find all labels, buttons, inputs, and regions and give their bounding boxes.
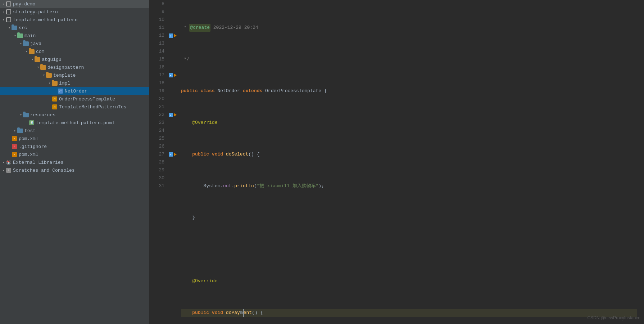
gutter-cell-8	[167, 0, 178, 8]
sidebar-item-main[interactable]: main	[0, 32, 149, 40]
sidebar-label-ext-lib: External Libraries	[13, 160, 63, 165]
folder-resources-icon	[23, 112, 29, 118]
xml-icon-1: m	[12, 136, 17, 141]
sidebar-label-scratches: Scratches and Consoles	[13, 168, 75, 173]
arrow-template-folder	[42, 73, 46, 77]
code-line-14: }	[181, 214, 637, 222]
folder-atguigu-icon	[35, 57, 40, 62]
code-line-15	[181, 246, 637, 253]
arrow-right-27	[174, 153, 177, 156]
project-icon	[6, 1, 12, 7]
sidebar-item-atguigu[interactable]: atguigu	[0, 55, 149, 63]
sidebar-item-pay-demo[interactable]: pay-demo	[0, 0, 149, 8]
sidebar-item-resources[interactable]: resources	[0, 111, 149, 119]
sidebar-item-orderprocesstemplate[interactable]: C OrderProcessTemplate	[0, 95, 149, 103]
code-area[interactable]: 8 9 10 11 12 13 14 15 16 17 18 19 20 21 …	[149, 0, 644, 324]
gutter-cell-18	[167, 79, 178, 87]
class-netorder-icon: C	[58, 88, 63, 94]
arrow-ext-lib	[1, 160, 6, 165]
sidebar-label-template: template-method-pattern	[13, 17, 77, 23]
arrow-atguigu	[30, 57, 35, 62]
gutter-cell-14	[167, 48, 178, 55]
bookmark-22: ▸	[169, 113, 173, 117]
arrow-com	[24, 49, 29, 54]
arrow-test	[13, 129, 17, 133]
sidebar-item-test[interactable]: test	[0, 127, 149, 135]
sidebar-label-tmpt: TemplateMethodPatternTes	[59, 104, 126, 110]
folder-impl-icon	[52, 80, 58, 86]
sidebar-item-gitignore[interactable]: ⚙ .gitignore	[0, 143, 149, 150]
project-icon-strategy	[6, 9, 12, 15]
sidebar-item-pom2[interactable]: m pom.xml	[0, 150, 149, 158]
code-line-9: */	[181, 55, 637, 63]
folder-design-icon	[40, 64, 46, 70]
folder-src-icon	[12, 25, 17, 31]
sidebar-item-puml[interactable]: 📊 template-method-pattern.puml	[0, 119, 149, 127]
sidebar-item-ext-lib[interactable]: 📚 External Libraries	[0, 158, 149, 166]
sidebar-label-atguigu: atguigu	[42, 57, 62, 62]
sidebar-item-scratches[interactable]: ✎ Scratches and Consoles	[0, 166, 149, 174]
sidebar-item-tmpt[interactable]: C TemplateMethodPatternTes	[0, 103, 149, 111]
code-content[interactable]: * @create 2022-12-29 20:24 */ public cla…	[178, 0, 644, 324]
folder-template-icon	[46, 72, 52, 78]
watermark: CSDN @newProxyInstance	[587, 315, 640, 320]
sidebar-label-template-folder: template	[53, 73, 76, 78]
code-line-12: public void doSelect() {	[181, 150, 637, 158]
code-editor: 8 9 10 11 12 13 14 15 16 17 18 19 20 21 …	[149, 0, 644, 324]
gutter-cell-9	[167, 8, 178, 16]
gutter: ▸ ▸ ▸	[167, 0, 178, 324]
sidebar-label-resources: resources	[30, 112, 55, 118]
code-line-10: public class NetOrder extends OrderProce…	[181, 87, 637, 95]
arrow-main	[13, 33, 17, 38]
gutter-cell-17[interactable]: ▸	[167, 71, 178, 79]
sidebar-item-template-folder[interactable]: template	[0, 71, 149, 79]
sidebar-label-impl: impl	[59, 81, 70, 86]
arrow-scratches	[1, 168, 6, 172]
code-line-17: public void doPayment() {	[181, 309, 637, 317]
sidebar-item-netorder[interactable]: C NetOrder	[0, 87, 149, 95]
code-line-16: @Override	[181, 277, 637, 285]
gutter-cell-22[interactable]: ▸	[167, 111, 178, 119]
sidebar-item-java[interactable]: java	[0, 40, 149, 48]
project-icon-template	[6, 17, 12, 23]
sidebar-label-designpattern: designpattern	[47, 65, 84, 70]
ext-lib-icon: 📚	[6, 159, 12, 165]
file-tree[interactable]: pay-demo strategy-pattern template-metho…	[0, 0, 149, 324]
sidebar-item-src[interactable]: src	[0, 24, 149, 32]
sidebar-label-test: test	[24, 128, 36, 134]
git-icon: ⚙	[12, 144, 17, 149]
gutter-cell-10	[167, 16, 178, 24]
sidebar-item-impl[interactable]: impl	[0, 79, 149, 87]
gutter-cell-24	[167, 127, 178, 135]
sidebar-label-com: com	[36, 49, 44, 54]
sidebar-item-template-method[interactable]: template-method-pattern	[0, 16, 149, 24]
arrow-template	[1, 18, 6, 22]
code-line-13: System.out.println("把 xiaomi11 加入购物车");	[181, 182, 637, 190]
sidebar-item-pom1[interactable]: m pom.xml	[0, 135, 149, 143]
arrow-right-12	[174, 34, 177, 37]
arrow-right-17	[174, 73, 177, 77]
folder-java-icon	[23, 41, 29, 46]
gutter-cell-25	[167, 135, 178, 143]
code-line-8: * @create 2022-12-29 20:24	[181, 24, 637, 32]
class-tmpt-icon: C	[52, 104, 58, 110]
sidebar-item-com[interactable]: com	[0, 48, 149, 55]
gutter-cell-27[interactable]: ▸	[167, 150, 178, 158]
gutter-cell-26	[167, 143, 178, 150]
sidebar-label-pom1: pom.xml	[19, 136, 38, 141]
folder-test-icon	[17, 128, 23, 134]
xml-icon-2: m	[12, 152, 17, 157]
arrow-right-22	[174, 113, 177, 117]
arrow-strategy	[1, 10, 6, 14]
arrow-designpattern	[36, 65, 40, 69]
class-opt-icon: C	[52, 96, 58, 102]
bookmark-17: ▸	[169, 73, 173, 77]
gutter-cell-12[interactable]: ▸	[167, 32, 178, 40]
gutter-cell-29	[167, 166, 178, 174]
sidebar-label-pay-demo: pay-demo	[13, 1, 35, 7]
arrow-pay-demo	[1, 2, 6, 6]
sidebar-label-netorder: NetOrder	[65, 89, 87, 94]
sidebar-item-designpattern[interactable]: designpattern	[0, 63, 149, 71]
arrow-src	[7, 26, 12, 30]
sidebar-item-strategy-pattern[interactable]: strategy-pattern	[0, 8, 149, 16]
